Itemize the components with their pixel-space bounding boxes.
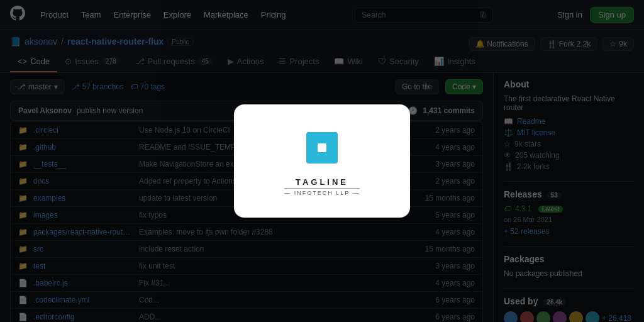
overlay: TAGLINE — INFOTECH LLP — xyxy=(0,0,644,322)
overlay-card: TAGLINE — INFOTECH LLP — xyxy=(234,104,410,218)
overlay-tagline: TAGLINE — INFOTECH LLP — xyxy=(284,177,359,196)
brand-name: TAGLINE xyxy=(284,177,359,187)
svg-rect-6 xyxy=(318,155,326,164)
svg-rect-2 xyxy=(318,143,326,152)
brand-logo xyxy=(300,126,344,170)
brand-sub: — INFOTECH LLP — xyxy=(284,188,359,196)
svg-rect-4 xyxy=(329,143,338,152)
svg-rect-3 xyxy=(306,143,315,152)
svg-rect-5 xyxy=(318,132,326,141)
